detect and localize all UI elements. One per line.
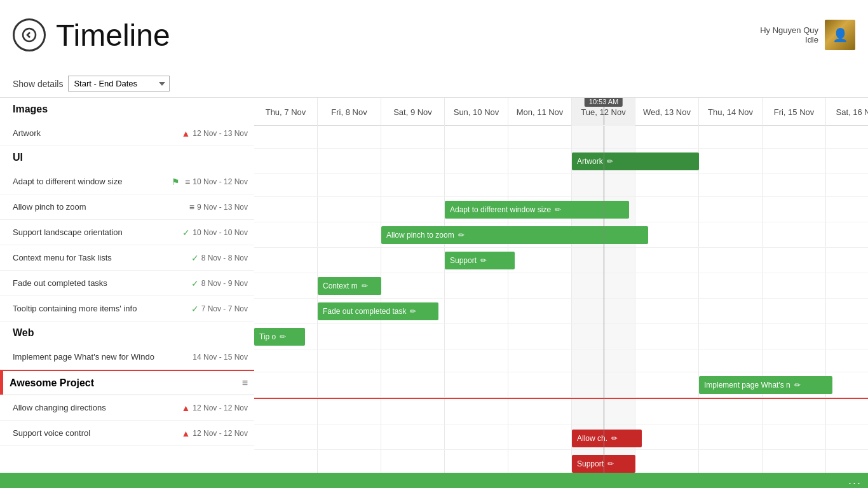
check-icon: ✓ [182, 227, 190, 238]
split-view: Images Artwork ▲ 12 Nov - 13 Nov UI Adap… [0, 98, 868, 488]
bar-adapt-label: Adapt to different window size [450, 205, 551, 214]
user-info: Hy Nguyen Quy Idle 👤 [760, 20, 855, 50]
date-sat9: Sat, 9 Nov [381, 98, 445, 126]
section-ui: UI [0, 146, 254, 169]
section-web: Web [0, 322, 254, 344]
awesome-menu-icon: ≡ [242, 377, 248, 389]
gantt-body: Artwork ✏ Adapt to different window size… [254, 126, 868, 475]
gantt-section-web [254, 349, 868, 372]
bar-directions[interactable]: Allow ch. ✏ [572, 430, 642, 447]
warning-icon-3: ▲ [181, 428, 190, 438]
warning-icon: ▲ [181, 128, 190, 139]
section-images: Images [0, 98, 254, 121]
bar-tooltip[interactable]: Tip o ✏ [254, 328, 305, 346]
gantt-row-tooltip [254, 324, 868, 349]
user-text: Hy Nguyen Quy Idle [760, 25, 818, 44]
bar-implement[interactable]: Implement page What's n ✏ [699, 376, 832, 394]
left-tasks-panel: Images Artwork ▲ 12 Nov - 13 Nov UI Adap… [0, 98, 254, 488]
check-icon-3: ✓ [191, 278, 199, 288]
flag-icon: ⚑ [172, 177, 180, 187]
gantt-row-landscape [254, 248, 868, 273]
task-voice[interactable]: Support voice control ▲ 12 Nov - 12 Nov [0, 421, 254, 446]
pencil-icon-context: ✏ [362, 281, 368, 290]
status-bar: ... [0, 473, 868, 488]
gantt-date-header: 10:53 AM Thu, 7 Nov Fri, 8 Nov Sat, 9 No… [254, 98, 868, 126]
task-tooltip[interactable]: Tooltip containing more items' info ✓ 7 … [0, 296, 254, 322]
user-status: Idle [760, 35, 818, 44]
task-allow-directions[interactable]: Allow changing directions ▲ 12 Nov - 12 … [0, 395, 254, 421]
task-pinch[interactable]: Allow pinch to zoom ≡ 9 Nov - 13 Nov [0, 194, 254, 220]
date-thu7: Thu, 7 Nov [254, 98, 318, 126]
task-context[interactable]: Context menu for Task lists ✓ 8 Nov - 8 … [0, 245, 254, 271]
accent-bar [0, 371, 3, 395]
date-mon11: Mon, 11 Nov [508, 98, 572, 126]
show-details-select[interactable]: Start - End Dates Progress None [68, 76, 170, 92]
check-icon-2: ✓ [191, 253, 199, 263]
show-details-label: Show details [13, 79, 63, 89]
bar-pinch-label: Allow pinch to zoom [386, 231, 454, 240]
gantt-row-directions [254, 424, 868, 450]
task-fade[interactable]: Fade out completed tasks ✓ 8 Nov - 9 Nov [0, 271, 254, 296]
avatar-image: 👤 [825, 20, 855, 50]
menu-icon-2: ≡ [189, 202, 194, 212]
pencil-icon-support: ✏ [480, 256, 487, 265]
awesome-project-header: Awesome Project ≡ [0, 370, 254, 395]
bar-context-label: Context m [323, 281, 358, 290]
date-sat16: Sat, 16 Nov [826, 98, 868, 126]
task-adapt[interactable]: Adapt to different window size ⚑ ≡ 10 No… [0, 169, 254, 194]
date-fri8: Fri, 8 Nov [318, 98, 381, 126]
time-indicator: 10:53 AM [585, 98, 623, 107]
pencil-icon-voice: ✏ [607, 459, 614, 468]
back-button[interactable] [13, 18, 46, 51]
app-header: Timeline Hy Nguyen Quy Idle 👤 [0, 0, 868, 70]
warning-icon-2: ▲ [181, 403, 190, 413]
gantt-row-artwork [254, 149, 868, 174]
avatar: 👤 [825, 20, 855, 50]
bar-adapt[interactable]: Adapt to different window size ✏ [445, 201, 629, 219]
bar-tooltip-label: Tip o [259, 332, 276, 341]
date-thu14: Thu, 14 Nov [699, 98, 763, 126]
bar-artwork[interactable]: Artwork ✏ [572, 152, 699, 170]
user-name: Hy Nguyen Quy [760, 25, 818, 35]
check-icon-4: ✓ [191, 304, 199, 314]
svg-point-0 [23, 29, 36, 41]
date-fri15: Fri, 15 Nov [763, 98, 826, 126]
status-dots: ... [848, 474, 862, 487]
gantt-section-ui [254, 174, 868, 197]
date-wed13: Wed, 13 Nov [635, 98, 699, 126]
page-title: Timeline [56, 18, 760, 53]
gantt-scroll[interactable]: 10:53 AM Thu, 7 Nov Fri, 8 Nov Sat, 9 No… [254, 98, 868, 488]
gantt-section-images [254, 126, 868, 149]
awesome-title: Awesome Project [10, 377, 242, 389]
task-implement[interactable]: Implement page What's new for Windo 14 N… [0, 344, 254, 370]
right-gantt-panel: 10:53 AM Thu, 7 Nov Fri, 8 Nov Sat, 9 No… [254, 98, 868, 488]
bar-directions-label: Allow ch. [577, 434, 607, 443]
bar-voice[interactable]: Support ✏ [572, 455, 635, 473]
menu-icon: ≡ [185, 177, 190, 187]
pencil-icon-adapt: ✏ [555, 205, 561, 214]
pencil-icon: ✏ [607, 157, 613, 166]
pencil-icon-directions: ✏ [611, 434, 618, 443]
task-artwork[interactable]: Artwork ▲ 12 Nov - 13 Nov [0, 121, 254, 146]
pencil-icon-pinch: ✏ [458, 231, 465, 240]
task-landscape[interactable]: Support landscape orientation ✓ 10 Nov -… [0, 220, 254, 245]
timeline-container: Show details Start - End Dates Progress … [0, 70, 868, 488]
bar-fade[interactable]: Fade out completed task ✏ [318, 302, 438, 320]
gantt-row-voice [254, 450, 868, 475]
controls-row: Show details Start - End Dates Progress … [0, 70, 868, 98]
bar-support-label: Support [450, 256, 477, 265]
bar-pinch[interactable]: Allow pinch to zoom ✏ [381, 226, 648, 244]
bar-fade-label: Fade out completed task [323, 307, 406, 316]
bar-artwork-label: Artwork [577, 157, 603, 166]
pencil-icon-fade: ✏ [410, 307, 416, 316]
pencil-icon-tooltip: ✏ [280, 332, 286, 341]
date-sun10: Sun, 10 Nov [445, 98, 508, 126]
bar-context[interactable]: Context m ✏ [318, 277, 381, 295]
gantt-row-awesome [254, 398, 868, 424]
bar-implement-label: Implement page What's n [704, 381, 790, 390]
bar-voice-label: Support [577, 459, 604, 468]
bar-support[interactable]: Support ✏ [445, 252, 515, 269]
pencil-icon-implement: ✏ [794, 381, 801, 390]
